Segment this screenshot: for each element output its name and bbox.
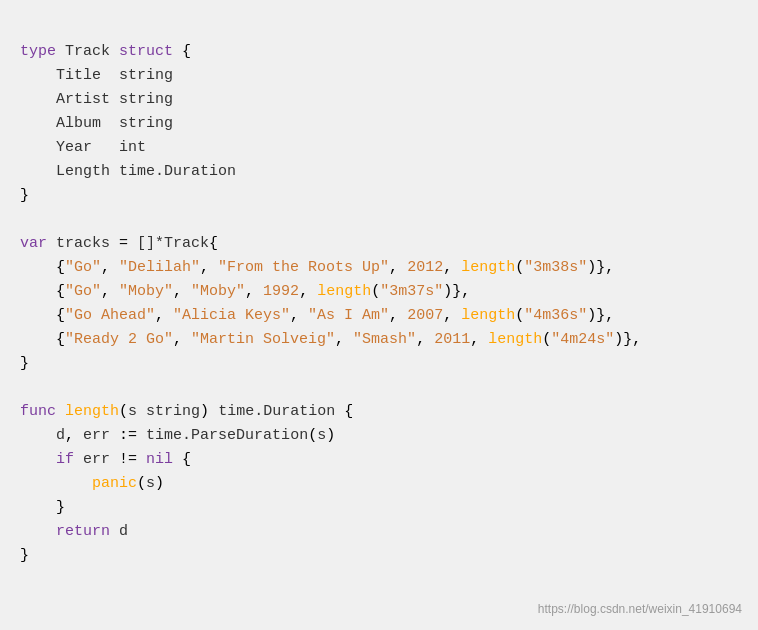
line-21: return d [20,523,128,540]
watermark: https://blog.csdn.net/weixin_41910694 [538,602,742,616]
line-11: {"Go", "Moby", "Moby", 1992, length("3m3… [20,283,470,300]
line-18: if err != nil { [20,451,191,468]
line-20: } [20,499,65,516]
line-16: func length(s string) time.Duration { [20,403,353,420]
line-14: } [20,355,29,372]
code-container: type Track struct { Title string Artist … [0,0,758,630]
line-19: panic(s) [20,475,164,492]
line-6: Length time.Duration [20,163,236,180]
line-10: {"Go", "Delilah", "From the Roots Up", 2… [20,259,614,276]
line-22: } [20,547,29,564]
line-5: Year int [20,139,146,156]
line-1: type Track struct { [20,43,191,60]
line-13: {"Ready 2 Go", "Martin Solveig", "Smash"… [20,331,641,348]
line-4: Album string [20,115,173,132]
line-7: } [20,187,29,204]
line-9: var tracks = []*Track{ [20,235,218,252]
line-3: Artist string [20,91,173,108]
code-block: type Track struct { Title string Artist … [20,16,738,592]
line-2: Title string [20,67,173,84]
line-12: {"Go Ahead", "Alicia Keys", "As I Am", 2… [20,307,614,324]
line-17: d, err := time.ParseDuration(s) [20,427,335,444]
